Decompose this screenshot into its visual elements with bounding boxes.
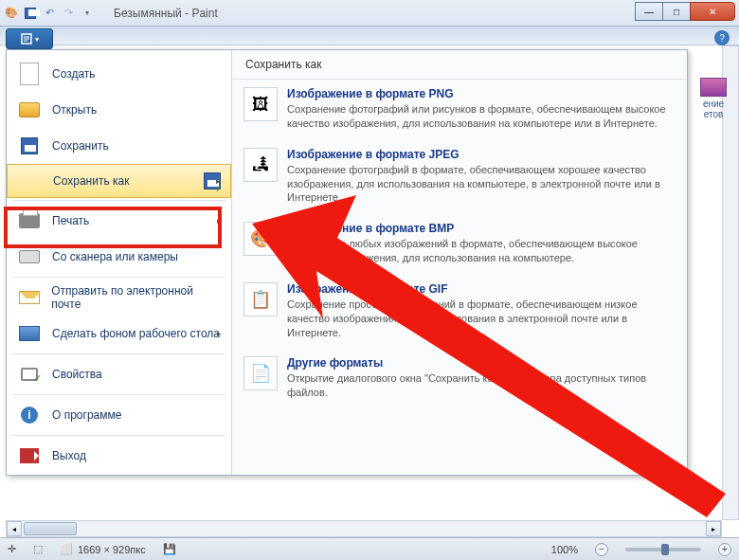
menu-item-print[interactable]: Печать▸ — [7, 203, 231, 239]
menu-separator — [12, 435, 225, 436]
folder-icon — [18, 99, 41, 121]
minimize-button[interactable]: — — [635, 2, 663, 21]
gif-icon: 📋 — [243, 282, 278, 316]
floppy-icon — [18, 135, 41, 157]
scroll-thumb[interactable] — [24, 522, 77, 535]
jpeg-icon: 🏞 — [243, 148, 278, 182]
status-file-size: 💾 — [163, 543, 176, 555]
ribbon-area — [0, 27, 739, 45]
scroll-right-button[interactable]: ▸ — [706, 521, 721, 536]
save-as-submenu: Сохранить как 🖼 Изображение в формате PN… — [232, 50, 687, 475]
exit-icon — [18, 444, 41, 467]
zoom-in-button[interactable]: + — [718, 543, 731, 556]
status-cursor-pos: ✛ — [8, 543, 16, 555]
sub-item-jpeg[interactable]: 🏞 Изображение в формате JPEGСохранение ф… — [232, 140, 687, 215]
chevron-down-icon: ▾ — [35, 35, 39, 44]
mail-icon — [18, 286, 40, 309]
menu-item-open[interactable]: Открыть — [7, 92, 231, 128]
chevron-right-icon: ▸ — [217, 216, 222, 226]
menu-item-save[interactable]: Сохранить — [7, 128, 231, 164]
sub-item-png[interactable]: 🖼 Изображение в формате PNGСохранение фо… — [232, 80, 687, 140]
chevron-right-icon: ▸ — [217, 329, 222, 338]
sub-item-gif[interactable]: 📋 Изображение в формате GIFСохранение пр… — [232, 275, 687, 350]
status-selection: ⬚ — [33, 543, 43, 555]
properties-icon — [18, 363, 41, 386]
titlebar: 🎨 ↶ ↷ ▾ Безымянный - Paint — □ ✕ — [0, 0, 739, 27]
printer-icon — [18, 209, 41, 232]
status-bar: ✛ ⬚ ⬜1669 × 929пкс 💾 100% − + — [0, 537, 739, 560]
zoom-thumb[interactable] — [661, 544, 669, 555]
horizontal-scrollbar[interactable]: ◂ ▸ — [6, 520, 722, 537]
png-icon: 🖼 — [243, 87, 278, 121]
file-menu-dropdown: Создать Открыть Сохранить Сохранить как▸… — [6, 49, 688, 476]
zoom-level: 100% — [551, 544, 578, 555]
sub-item-other[interactable]: 📄 Другие форматыОткрытие диалогового окн… — [232, 349, 687, 409]
menu-separator — [12, 353, 225, 354]
submenu-title: Сохранить как — [232, 50, 687, 80]
menu-item-exit[interactable]: Выход — [7, 438, 231, 474]
menu-item-about[interactable]: iО программе — [7, 397, 231, 433]
status-canvas-size: ⬜1669 × 929пкс — [60, 543, 146, 555]
help-icon[interactable]: ? — [714, 30, 730, 45]
other-format-icon: 📄 — [243, 356, 278, 390]
selection-icon: ⬚ — [33, 543, 43, 555]
menu-item-set-desktop[interactable]: Сделать фоном рабочего стола▸ — [7, 316, 231, 352]
info-icon: i — [18, 404, 41, 426]
menu-separator — [12, 394, 225, 395]
save-icon[interactable] — [23, 6, 38, 21]
menu-separator — [12, 277, 225, 278]
size-icon: ⬜ — [60, 543, 73, 555]
cursor-icon: ✛ — [8, 543, 16, 555]
zoom-out-button[interactable]: − — [595, 543, 608, 556]
sub-item-bmp[interactable]: 🎨 Изображение в формате BMPСохранение лю… — [232, 214, 687, 275]
redo-icon[interactable]: ↷ — [61, 6, 76, 21]
qat-dropdown-icon[interactable]: ▾ — [80, 6, 95, 21]
menu-separator — [12, 200, 225, 201]
quick-access-toolbar: 🎨 ↶ ↷ ▾ — [4, 6, 95, 21]
menu-item-properties[interactable]: Свойства — [7, 356, 231, 392]
scroll-left-button[interactable]: ◂ — [7, 521, 22, 536]
file-tab[interactable]: ▾ — [6, 28, 53, 49]
undo-icon[interactable]: ↶ — [42, 6, 57, 21]
close-button[interactable]: ✕ — [690, 2, 735, 21]
bmp-icon: 🎨 — [243, 222, 278, 256]
window-controls: — □ ✕ — [636, 2, 735, 21]
menu-item-email[interactable]: Отправить по электронной почте — [7, 280, 231, 316]
menu-item-scanner[interactable]: Со сканера или камеры — [7, 239, 231, 275]
file-menu-left: Создать Открыть Сохранить Сохранить как▸… — [7, 50, 232, 475]
desktop-icon — [18, 322, 41, 345]
menu-item-new[interactable]: Создать — [7, 56, 231, 92]
maximize-button[interactable]: □ — [662, 2, 691, 21]
zoom-slider[interactable] — [625, 548, 701, 551]
window-title: Безымянный - Paint — [114, 7, 218, 20]
scanner-icon — [18, 245, 41, 268]
menu-item-save-as[interactable]: Сохранить как▸ — [7, 164, 231, 198]
floppy-arrow-icon — [19, 170, 42, 192]
new-icon — [18, 63, 41, 85]
chevron-right-icon: ▸ — [216, 176, 221, 186]
disk-icon: 💾 — [163, 543, 176, 555]
partial-ribbon-element: ение етов — [695, 78, 731, 112]
app-icon: 🎨 — [4, 6, 19, 21]
